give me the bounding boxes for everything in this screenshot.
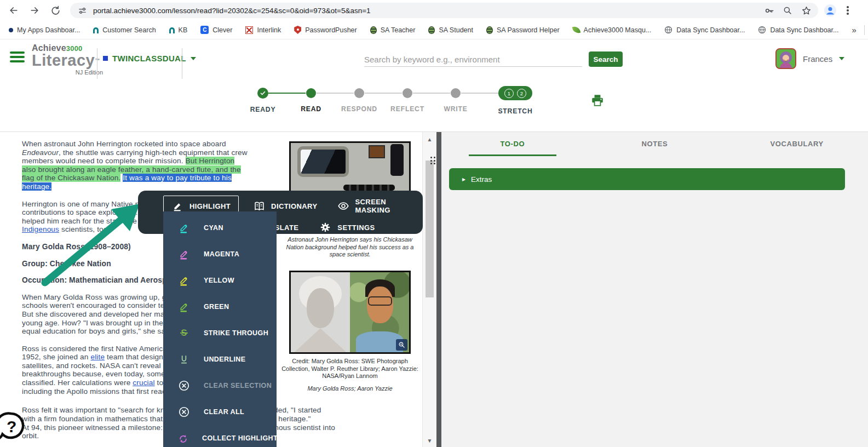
tab-todo[interactable]: TO-DO [441, 140, 584, 156]
menu-item-yellow[interactable]: YELLOW [163, 267, 277, 294]
menu-item-clear-selection[interactable]: CLEAR SELECTION [163, 373, 277, 399]
vocab-link-indigenous[interactable]: Indigenous [22, 225, 59, 233]
todo-step-dot [354, 88, 364, 98]
menu-item-clear-all[interactable]: CLEAR ALL [163, 399, 277, 425]
bookmark-customer-search[interactable]: Customer Search [93, 26, 156, 34]
bookmark-sa-password-helper[interactable]: SA Password Helper [486, 26, 560, 34]
forward-icon[interactable] [28, 4, 41, 16]
menu-item-strike-through[interactable]: STRIKE THROUGH [163, 320, 277, 346]
bookmarks-overflow-chevron[interactable]: » [852, 25, 856, 35]
book-icon [253, 200, 265, 212]
bookmark-label: Achieve3000 Masqu... [584, 26, 652, 34]
menu-item-green[interactable]: GREEN [163, 294, 277, 320]
bookmark-achieve3000-masq[interactable]: Achieve3000 Masqu... [573, 26, 652, 34]
green-highlight[interactable]: But Herrington [186, 157, 235, 165]
stepper-connector [268, 93, 306, 94]
step-ready[interactable]: READY [257, 88, 268, 113]
article-paragraph: When astronaut John Herrington rocketed … [22, 140, 286, 191]
step-respond[interactable]: RESPOND [354, 88, 365, 113]
green-highlight[interactable]: also brought along an eagle feather, a h… [22, 165, 241, 174]
arch-icon [169, 27, 175, 33]
step-label: READY [250, 106, 276, 113]
photo-ross-yazzie[interactable] [289, 271, 411, 354]
bookmark-kb[interactable]: KB [169, 26, 188, 34]
step-reflect[interactable]: REFLECT [402, 88, 413, 113]
search-button[interactable]: Search [589, 51, 623, 67]
bookmark-passwordpusher[interactable]: PasswordPusher [294, 26, 357, 34]
svg-text:?: ? [7, 417, 16, 435]
menu-item-cyan[interactable]: CYAN [163, 215, 277, 241]
step-read[interactable]: READ [306, 88, 317, 113]
glasses [368, 296, 392, 306]
eye-icon [337, 200, 349, 212]
menu-item-collect-highlights[interactable]: COLLECT HIGHLIGHTS [163, 425, 277, 447]
bookmark-label: SA Password Helper [497, 26, 560, 34]
chrome-menu-icon[interactable] [843, 6, 852, 15]
hamburger-menu-icon[interactable] [10, 51, 25, 65]
bookmarks-bar: My Apps Dashboar... Customer Search KB C… [0, 21, 868, 39]
highlighter-pencil-icon [171, 200, 183, 212]
back-icon[interactable] [8, 4, 20, 16]
address-bar[interactable]: portal.achieve3000.com/lesson/read?lid=2… [70, 3, 818, 18]
strikethrough-icon [177, 326, 191, 340]
bookmarks-right: » All Bookmarks [852, 25, 868, 35]
search-input[interactable] [364, 53, 582, 67]
article-scrollbar[interactable]: ▲ ▼ [422, 132, 436, 447]
bookmark-star-icon[interactable] [801, 5, 812, 16]
photo2-credit: Credit: Mary Golda Ross: SWE Photograph … [281, 358, 418, 380]
user-avatar[interactable] [775, 48, 796, 69]
image-zoom-icon[interactable] [396, 339, 407, 351]
logo-edition: NJ Edition [32, 69, 103, 76]
pane-divider[interactable] [436, 132, 441, 447]
menu-item-magenta[interactable]: MAGENTA [163, 241, 277, 267]
site-info-icon[interactable] [77, 5, 88, 16]
cyan-pencil-icon [177, 221, 191, 234]
text-selection[interactable]: It was a way to pay tribute to his [123, 174, 232, 182]
stepper-connector [317, 93, 354, 94]
browser-profile-avatar[interactable] [824, 4, 837, 17]
vocab-link-elite[interactable]: elite [90, 353, 105, 361]
stretch-part-1[interactable]: 1 [504, 89, 514, 98]
step-stretch[interactable]: 1 2 STRETCH [498, 88, 532, 115]
achieve3000-literacy-logo: Achieve3000 Literacy™ NJ Edition [32, 43, 103, 76]
settings-tool-button[interactable]: SETTINGS [319, 219, 375, 236]
step-label: RESPOND [341, 105, 377, 113]
help-bubble-icon[interactable]: ? [0, 410, 27, 444]
zoom-search-icon[interactable] [782, 5, 793, 16]
active-step-dot [306, 88, 316, 98]
bookmark-data-sync-1[interactable]: Data Sync Dashboar... [664, 26, 745, 34]
step-write[interactable]: WRITE [450, 88, 461, 113]
user-menu[interactable]: Frances [775, 48, 844, 69]
reload-icon[interactable] [49, 4, 61, 16]
bookmark-clever[interactable]: Clever [200, 26, 232, 34]
scrollbar-thumb[interactable] [426, 161, 434, 297]
stretch-part-2[interactable]: 2 [517, 89, 526, 98]
check-circle-icon [257, 88, 268, 99]
bookmark-label: KB [179, 26, 188, 34]
menu-item-underline[interactable]: UNDERLINE [163, 346, 277, 373]
bookmark-sa-student[interactable]: SA Student [428, 26, 473, 34]
accordion-arrow-icon: ▸ [462, 175, 465, 183]
screen-masking-tool-button[interactable]: SCREEN MASKING [332, 194, 423, 218]
scroll-up-arrow[interactable]: ▲ [423, 136, 436, 142]
green-highlight[interactable]: flag of the Chickasaw Nation. [22, 174, 120, 182]
passwords-key-icon[interactable] [763, 5, 774, 16]
divider-grip-icon[interactable] [430, 157, 436, 164]
tab-vocabulary[interactable]: VOCABULARY [726, 140, 868, 156]
clever-icon [200, 26, 209, 34]
vocab-link-crucial[interactable]: crucial [133, 379, 154, 387]
bookmark-my-apps[interactable]: My Apps Dashboar... [9, 26, 80, 34]
print-icon[interactable] [590, 93, 605, 107]
shield-icon [294, 26, 301, 34]
url-text[interactable]: portal.achieve3000.com/lesson/read?lid=2… [93, 7, 756, 15]
scroll-down-arrow[interactable]: ▼ [423, 438, 436, 444]
tab-notes[interactable]: NOTES [584, 140, 726, 156]
todo-step-dot [451, 88, 461, 98]
bookmark-interlink[interactable]: Interlink [245, 26, 281, 34]
text-selection[interactable]: heritage. [22, 182, 51, 191]
step-label: STRETCH [498, 107, 532, 115]
clear-circle-icon [177, 379, 191, 392]
extras-accordion[interactable]: ▸ Extras [449, 168, 845, 190]
bookmark-data-sync-2[interactable]: Data Sync Dashboar... [758, 26, 838, 34]
bookmark-sa-teacher[interactable]: SA Teacher [370, 26, 416, 34]
